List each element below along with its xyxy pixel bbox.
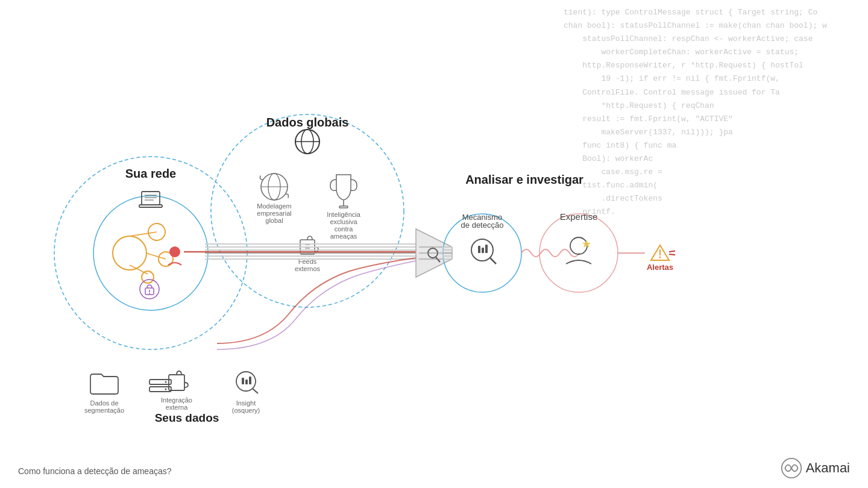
akamai-logo: Akamai bbox=[781, 457, 850, 479]
svg-rect-58 bbox=[478, 246, 480, 253]
svg-rect-59 bbox=[482, 248, 484, 253]
svg-point-1 bbox=[93, 196, 208, 310]
akamai-text: Akamai bbox=[806, 460, 850, 476]
svg-rect-105 bbox=[249, 377, 251, 384]
svg-text:contra: contra bbox=[335, 225, 353, 233]
svg-rect-104 bbox=[245, 380, 248, 384]
svg-line-7 bbox=[146, 253, 166, 259]
svg-text:(osquery): (osquery) bbox=[232, 407, 260, 414]
svg-rect-90 bbox=[149, 387, 171, 392]
svg-point-93 bbox=[165, 381, 167, 383]
svg-text:empresarial: empresarial bbox=[257, 210, 291, 217]
svg-rect-103 bbox=[242, 378, 244, 384]
svg-point-19 bbox=[211, 114, 404, 307]
svg-text:Expertise: Expertise bbox=[560, 211, 598, 222]
svg-text:Dados globais: Dados globais bbox=[266, 116, 349, 129]
svg-point-2 bbox=[113, 236, 146, 270]
svg-text:ameaças: ameaças bbox=[330, 233, 357, 240]
svg-point-9 bbox=[169, 246, 180, 257]
svg-text:Dados de: Dados de bbox=[90, 399, 118, 407]
svg-point-94 bbox=[165, 389, 167, 390]
bottom-label: Como funciona a detecção de ameaças? bbox=[18, 466, 172, 476]
svg-line-77 bbox=[669, 247, 675, 252]
svg-text:Analisar e investigar: Analisar e investigar bbox=[465, 173, 583, 186]
svg-text:Modelagem: Modelagem bbox=[257, 202, 291, 210]
svg-text:externos: externos bbox=[295, 265, 321, 272]
svg-text:externa: externa bbox=[166, 404, 189, 411]
svg-rect-14 bbox=[142, 192, 160, 205]
svg-rect-15 bbox=[139, 205, 162, 207]
svg-text:Integração: Integração bbox=[161, 396, 192, 404]
svg-rect-60 bbox=[485, 245, 488, 253]
svg-text:Alertas: Alertas bbox=[647, 263, 673, 272]
svg-line-57 bbox=[490, 258, 496, 264]
svg-point-74 bbox=[659, 257, 661, 258]
diagram: Sua rede Dados globais Modelagem empresa… bbox=[12, 36, 675, 458]
akamai-icon bbox=[781, 457, 802, 479]
svg-text:Seus dados: Seus dados bbox=[155, 411, 219, 424]
svg-text:Insight: Insight bbox=[236, 399, 256, 407]
svg-rect-89 bbox=[149, 380, 171, 384]
svg-text:Inteligência: Inteligência bbox=[327, 211, 361, 218]
svg-rect-31 bbox=[339, 206, 348, 208]
svg-line-78 bbox=[669, 254, 675, 258]
svg-point-13 bbox=[149, 293, 150, 294]
svg-text:segmentação: segmentação bbox=[84, 407, 124, 414]
svg-text:global: global bbox=[265, 217, 283, 224]
svg-line-102 bbox=[253, 389, 258, 393]
svg-line-6 bbox=[130, 232, 157, 236]
svg-text:de detecção: de detecção bbox=[461, 221, 504, 230]
sua-rede-title: Sua rede bbox=[125, 167, 176, 180]
svg-text:exclusiva: exclusiva bbox=[330, 218, 357, 225]
